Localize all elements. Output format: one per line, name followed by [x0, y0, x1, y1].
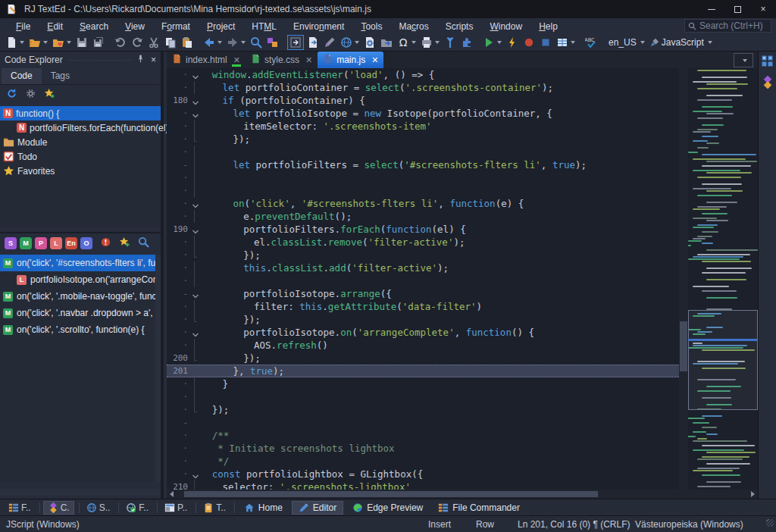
menu-scripts[interactable]: Scripts [437, 20, 482, 33]
menu-project[interactable]: Project [199, 20, 243, 33]
menu-view[interactable]: View [117, 20, 153, 33]
dropdown-caret-icon[interactable] [20, 41, 24, 44]
close-button[interactable]: × [750, 0, 776, 18]
save-button[interactable] [74, 35, 89, 50]
dropdown-caret-icon[interactable] [435, 41, 440, 44]
filter-badge-p[interactable]: P [35, 237, 47, 249]
gear-icon[interactable] [25, 88, 36, 102]
save-all-button[interactable] [91, 35, 106, 50]
code-line[interactable]: ·on('click', '#screenshots-flters li', f… [167, 197, 679, 210]
scroll-right-icon[interactable] [751, 491, 755, 497]
sync-edit-button[interactable] [287, 35, 304, 50]
menu-search[interactable]: Search [71, 20, 117, 33]
code-line[interactable]: ·AOS.refresh() [167, 339, 679, 352]
code-line[interactable]: ·}); [167, 249, 679, 261]
document-tab-index.html[interactable]: index.html✕ [167, 52, 246, 68]
explorer-tab-code[interactable]: Code [2, 68, 42, 84]
minimize-button[interactable] [699, 0, 724, 18]
paste-button[interactable] [180, 35, 195, 50]
search-icon[interactable] [138, 236, 149, 250]
code-line[interactable]: ·}); [167, 133, 679, 146]
dock-tab-F[interactable]: F.. [5, 501, 35, 515]
layout-grid-button[interactable] [555, 35, 577, 50]
code-line[interactable]: · [167, 146, 679, 158]
menu-tools[interactable]: Tools [352, 20, 390, 33]
bolt-button[interactable] [505, 35, 520, 50]
symbol-item[interactable]: Mon('click', '.mobile-nav-toggle', funct… [0, 288, 161, 305]
dock-tab-C[interactable]: C. [43, 501, 74, 515]
current-code-line[interactable]: 201}, true); [167, 365, 679, 377]
filter-badge-s[interactable]: S [5, 237, 17, 249]
code-line[interactable]: ·filter: this.getAttribute('data-filter'… [167, 300, 679, 313]
globe-button[interactable] [339, 35, 361, 50]
maximize-button[interactable] [724, 0, 750, 18]
code-line[interactable]: ·} [167, 377, 679, 390]
stop-button[interactable] [538, 35, 553, 50]
menu-window[interactable]: Window [481, 20, 530, 33]
menu-format[interactable]: Format [153, 20, 199, 33]
code-line[interactable]: ·const portfolioLightbox = GLightbox({ [167, 468, 679, 480]
tree-item[interactable]: Nfunction() { [0, 106, 161, 120]
search-input[interactable]: Search (Ctrl+H) [684, 19, 771, 33]
code-explorer-icon[interactable] [761, 76, 774, 91]
menu-macros[interactable]: Macros [390, 20, 436, 33]
back-button[interactable] [202, 35, 224, 50]
star-add-icon[interactable] [44, 88, 55, 102]
code-line[interactable]: 180if (portfolioContainer) { [167, 94, 679, 107]
menu-file[interactable]: File [8, 20, 39, 33]
find-button[interactable] [249, 35, 264, 50]
code-line[interactable]: - [167, 416, 679, 429]
code-line[interactable]: ·}); [167, 313, 679, 326]
view-tab-editor[interactable]: Editor [292, 501, 343, 515]
document-tab-style.css[interactable]: style.css✕ [246, 52, 318, 68]
code-line[interactable]: · * Initiate screenshots lightbox [167, 442, 679, 455]
code-line[interactable]: · [167, 274, 679, 287]
code-line[interactable]: 210selector: '.screenshots-lightbox' [167, 480, 679, 490]
open-favorites-button[interactable] [51, 35, 73, 50]
print-button[interactable] [419, 35, 441, 50]
explorer-tab-tags[interactable]: Tags [42, 68, 79, 84]
tree-item[interactable]: Favorites [0, 164, 161, 178]
vertical-scrollbar[interactable] [679, 68, 688, 490]
status-encoding[interactable]: Västeuropeiska (Windows) [635, 519, 743, 530]
dock-tab-F[interactable]: F.. [122, 501, 152, 515]
dropdown-caret-icon[interactable] [217, 41, 222, 44]
menu-environment[interactable]: Environment [285, 20, 352, 33]
code-view[interactable]: ·window.addEventListener('load', () => {… [167, 68, 679, 490]
dropdown-caret-icon[interactable] [411, 41, 416, 44]
record-button[interactable] [521, 35, 537, 50]
code-line[interactable]: · */ [167, 455, 679, 468]
view-tab-edge-preview[interactable]: Edge Preview [346, 501, 429, 515]
dock-tab-S[interactable]: S.. [83, 501, 114, 515]
dropdown-caret-icon[interactable] [571, 41, 575, 44]
dropdown-caret-icon[interactable] [497, 41, 502, 44]
dropdown-caret-icon[interactable] [241, 41, 246, 44]
folder-sync-button[interactable] [379, 35, 394, 50]
run-button[interactable] [481, 35, 503, 50]
status-select-mode[interactable]: Row [476, 519, 494, 530]
filter-badge-o[interactable]: O [80, 237, 92, 249]
status-caret-position[interactable]: Ln 201, Col 16 (0) ¶ (CRLF) [518, 519, 630, 530]
forward-button[interactable] [225, 35, 247, 50]
code-line[interactable]: ·itemSelector: '.screenshots-item' [167, 120, 679, 133]
code-line[interactable]: · [167, 171, 679, 184]
horizontal-scrollbar[interactable] [167, 490, 758, 499]
code-line[interactable]: ·el.classList.remove('filter-active'); [167, 236, 679, 249]
code-line[interactable]: ·e.preventDefault(); [167, 210, 679, 223]
menu-html[interactable]: HTML [243, 20, 285, 33]
code-line[interactable]: ·let portfolioContainer = select('.scree… [167, 81, 679, 94]
compare-button[interactable] [265, 35, 280, 50]
vertical-scrollbar-thumb[interactable] [680, 321, 687, 372]
tab-close-icon[interactable]: ✕ [305, 55, 312, 65]
language-dropdown[interactable]: en_US [605, 35, 646, 50]
scroll-left-icon[interactable] [170, 491, 174, 497]
menu-help[interactable]: Help [530, 20, 566, 33]
minimap[interactable] [688, 68, 758, 490]
code-line[interactable]: ·this.classList.add('filter-active'); [167, 261, 679, 274]
tree-item[interactable]: Module [0, 135, 161, 149]
filter-badge-m[interactable]: M [20, 237, 32, 249]
symbol-list-scrollbar[interactable] [155, 255, 161, 482]
doc-gear-button[interactable] [362, 35, 377, 50]
filter-badge-en[interactable]: En [65, 237, 77, 249]
redo-button[interactable] [130, 35, 145, 50]
